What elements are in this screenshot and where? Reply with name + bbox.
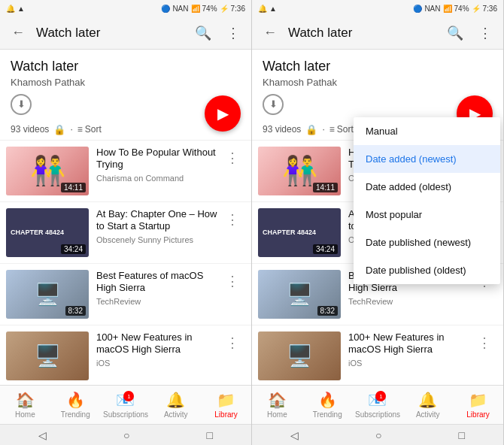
dropdown-item[interactable]: Date added (oldest): [354, 173, 500, 201]
notification-icon: 🔔: [258, 5, 267, 13]
video-title: 100+ New Features in macOS High Sierra: [348, 331, 475, 357]
nav-label-library: Library: [466, 410, 490, 419]
nav-icon-activity: 🔔: [166, 391, 185, 409]
search-button[interactable]: 🔍: [443, 21, 467, 45]
video-more-button[interactable]: ⋮: [223, 331, 242, 354]
arrow-icon: ▲: [17, 5, 25, 13]
video-duration: 34:24: [313, 244, 338, 254]
nav-item-home[interactable]: 🏠Home: [0, 391, 50, 419]
sort-icon: ≡: [329, 124, 335, 135]
playlist-title: Watch later: [11, 59, 241, 75]
bottom-nav: 🏠Home🔥Trending📧1Subscriptions🔔Activity📁L…: [252, 385, 503, 424]
video-item[interactable]: 🖥️100+ New Features in macOS High Sierra…: [0, 325, 251, 385]
back-button[interactable]: ←: [258, 21, 282, 45]
video-more-button[interactable]: ⋮: [223, 270, 242, 292]
dropdown-item[interactable]: Most popular: [354, 201, 500, 229]
video-info: At Bay: Chapter One – How to Start a Sta…: [96, 208, 223, 245]
nav-label-subscriptions: Subscriptions: [103, 410, 148, 419]
battery-icon: ⚡: [472, 5, 481, 13]
video-channel: iOS: [96, 359, 223, 368]
nav-item-subscriptions[interactable]: 📧1Subscriptions: [353, 391, 403, 419]
more-button[interactable]: ⋮: [473, 21, 497, 45]
top-bar: ←Watch later🔍⋮: [0, 17, 251, 50]
home-nav-button[interactable]: ○: [375, 429, 381, 441]
playlist-owner: Khamosh Pathak: [11, 77, 241, 88]
home-nav-button[interactable]: ○: [123, 429, 129, 441]
dropdown-item[interactable]: Manual: [354, 117, 500, 145]
nav-item-library[interactable]: 📁Library: [201, 391, 251, 419]
nav-item-trending[interactable]: 🔥Trending: [302, 391, 353, 419]
dropdown-item[interactable]: Date published (oldest): [354, 256, 500, 284]
video-more-button[interactable]: ⋮: [475, 331, 494, 354]
video-more-button[interactable]: ⋮: [223, 208, 242, 231]
sort-button[interactable]: ≡Sort: [77, 124, 102, 135]
arrow-icon: ▲: [269, 5, 277, 13]
bluetooth-icon: 🔵: [161, 5, 170, 13]
download-button[interactable]: ⬇: [11, 94, 32, 115]
nav-item-activity[interactable]: 🔔Activity: [150, 391, 201, 419]
playlist-owner: Khamosh Pathak: [263, 77, 493, 88]
video-item[interactable]: CHAPTER 4842434:24At Bay: Chapter One – …: [0, 202, 251, 264]
video-title: Best Features of macOS High Sierra: [96, 270, 223, 295]
android-nav: ◁○□: [0, 424, 251, 445]
nav-icon-home: 🏠: [268, 391, 287, 409]
nav-item-home[interactable]: 🏠Home: [252, 391, 302, 419]
nav-icon-library: 📁: [469, 391, 487, 409]
video-info: How To Be Popular Without TryingCharisma…: [96, 147, 223, 183]
dropdown-item[interactable]: Date published (newest): [354, 229, 500, 256]
video-duration: 14:11: [313, 183, 338, 192]
recents-nav-button[interactable]: □: [459, 429, 465, 441]
back-nav-button[interactable]: ◁: [38, 429, 47, 441]
video-item[interactable]: 🖥️100+ New Features in macOS High Sierra…: [252, 325, 503, 385]
nav-icon-library: 📁: [217, 391, 235, 409]
time-text: 7:36: [483, 5, 497, 13]
page-title: Watch later: [288, 26, 437, 41]
back-nav-button[interactable]: ◁: [290, 429, 299, 441]
privacy-lock-icon: 🔒: [305, 124, 317, 135]
battery-icon: ⚡: [220, 5, 229, 13]
video-item[interactable]: 👫14:11How To Be Popular Without TryingCh…: [0, 141, 251, 202]
video-channel: Obscenely Sunny Pictures: [96, 235, 223, 244]
video-more-button[interactable]: ⋮: [223, 147, 242, 169]
sort-separator: ·: [70, 124, 72, 135]
nav-label-home: Home: [267, 410, 287, 419]
video-duration: 8:32: [317, 306, 338, 316]
dropdown-item[interactable]: Date added (newest): [354, 145, 500, 173]
video-channel: TechReview: [96, 297, 223, 306]
bottom-nav: 🏠Home🔥Trending📧1Subscriptions🔔Activity📁L…: [0, 385, 251, 424]
video-info: Best Features of macOS High SierraTechRe…: [96, 270, 223, 307]
nav-label-trending: Trending: [61, 410, 90, 419]
bluetooth-icon: 🔵: [413, 5, 422, 13]
video-thumbnail: 🖥️8:32: [6, 270, 89, 319]
status-left: 🔔 ▲: [6, 5, 25, 13]
more-button[interactable]: ⋮: [221, 21, 245, 45]
nav-label-activity: Activity: [416, 410, 440, 419]
nav-icon-trending: 🔥: [66, 391, 85, 409]
download-button[interactable]: ⬇: [263, 94, 284, 115]
nav-item-trending[interactable]: 🔥Trending: [50, 391, 101, 419]
status-bar: 🔔 ▲ 🔵 NAN 📶 74% ⚡ 7:36: [0, 0, 251, 17]
nav-item-library[interactable]: 📁Library: [453, 391, 503, 419]
video-count: 93 videos: [263, 124, 301, 135]
nav-item-subscriptions[interactable]: 📧1Subscriptions: [101, 391, 151, 419]
sort-button[interactable]: ≡Sort: [329, 124, 354, 135]
video-count: 93 videos: [11, 124, 49, 135]
status-right: 🔵 NAN 📶 74% ⚡ 7:36: [161, 5, 245, 13]
video-channel: TechReview: [348, 297, 475, 306]
search-button[interactable]: 🔍: [191, 21, 215, 45]
nav-item-activity[interactable]: 🔔Activity: [402, 391, 453, 419]
status-right: 🔵 NAN 📶 74% ⚡ 7:36: [413, 5, 497, 13]
video-thumbnail: CHAPTER 4842434:24: [258, 208, 341, 257]
nav-label-subscriptions: Subscriptions: [355, 410, 400, 419]
recents-nav-button[interactable]: □: [207, 429, 213, 441]
video-title: How To Be Popular Without Trying: [96, 147, 223, 172]
video-duration: 34:24: [61, 244, 86, 254]
video-duration: 8:32: [65, 306, 86, 316]
play-all-button[interactable]: ▶: [205, 95, 241, 132]
video-item[interactable]: 🖥️8:32Best Features of macOS High Sierra…: [0, 264, 251, 325]
battery-text: 74%: [202, 5, 217, 13]
video-info: 100+ New Features in macOS High SierraiO…: [348, 331, 475, 368]
chapter-text: CHAPTER 48424: [263, 229, 316, 237]
back-button[interactable]: ←: [6, 21, 30, 45]
video-thumbnail: 🖥️: [258, 331, 341, 380]
